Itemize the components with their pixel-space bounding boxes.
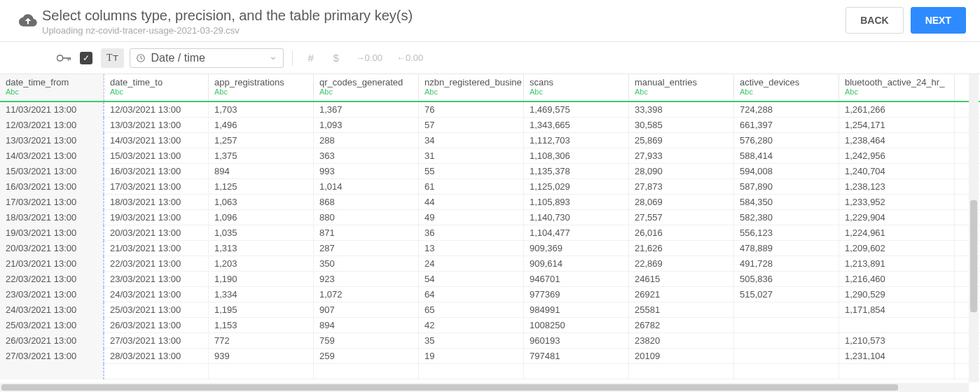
cell[interactable]: 1,216,460: [839, 272, 955, 287]
cell[interactable]: 1,242,956: [839, 148, 955, 164]
cell[interactable]: 49: [419, 210, 524, 225]
cell[interactable]: 1,104,477: [524, 225, 629, 241]
table-row[interactable]: 14/03/2021 13:0015/03/2021 13:001,375363…: [0, 148, 980, 164]
cell[interactable]: 1,190: [209, 272, 314, 287]
cell[interactable]: 1,063: [209, 195, 314, 210]
cell[interactable]: 1,195: [209, 302, 314, 318]
cell[interactable]: 25581: [629, 302, 734, 318]
table-row[interactable]: 22/03/2021 13:0023/03/2021 13:001,190923…: [0, 272, 980, 287]
cell[interactable]: 576,280: [734, 133, 839, 148]
cell[interactable]: 27,557: [629, 210, 734, 225]
table-row[interactable]: 15/03/2021 13:0016/03/2021 13:0089499355…: [0, 164, 980, 179]
cell[interactable]: 26/03/2021 13:00: [104, 318, 209, 333]
cell[interactable]: 20109: [629, 349, 734, 364]
cell[interactable]: [0, 364, 104, 379]
type-number-button[interactable]: #: [301, 48, 321, 68]
cell[interactable]: 34: [419, 133, 524, 148]
cell[interactable]: 13/03/2021 13:00: [0, 133, 104, 148]
type-string-button[interactable]: Tᴛ: [101, 48, 124, 68]
cell[interactable]: 1,153: [209, 318, 314, 333]
cell[interactable]: [524, 364, 629, 379]
cell[interactable]: 11/03/2021 13:00: [0, 102, 104, 118]
cell[interactable]: [419, 364, 524, 379]
cell[interactable]: 909,369: [524, 241, 629, 256]
cell[interactable]: 1,125: [209, 179, 314, 195]
cell[interactable]: 588,414: [734, 148, 839, 164]
cell[interactable]: 25,869: [629, 133, 734, 148]
cell[interactable]: 1,238,464: [839, 133, 955, 148]
cell[interactable]: 960193: [524, 333, 629, 349]
cell[interactable]: 17/03/2021 13:00: [0, 195, 104, 210]
cell[interactable]: 1,203: [209, 256, 314, 272]
cell[interactable]: 1,496: [209, 118, 314, 133]
cell[interactable]: 15/03/2021 13:00: [104, 148, 209, 164]
cell[interactable]: 923: [314, 272, 419, 287]
cell[interactable]: [734, 349, 839, 364]
cell[interactable]: [104, 364, 209, 379]
cell[interactable]: 19: [419, 349, 524, 364]
table-row[interactable]: 12/03/2021 13:0013/03/2021 13:001,4961,0…: [0, 118, 980, 133]
cell[interactable]: 1,261,266: [839, 102, 955, 118]
cell[interactable]: 1,229,904: [839, 210, 955, 225]
cell[interactable]: 894: [314, 318, 419, 333]
column-header[interactable]: nzbn_registered_busineAbc: [419, 74, 524, 101]
cell[interactable]: 582,380: [734, 210, 839, 225]
cell[interactable]: 76: [419, 102, 524, 118]
cell[interactable]: 35: [419, 333, 524, 349]
increase-precision-button[interactable]: →0.00: [352, 48, 387, 68]
cell[interactable]: 28,090: [629, 164, 734, 179]
table-row[interactable]: 23/03/2021 13:0024/03/2021 13:001,3341,0…: [0, 287, 980, 302]
cell[interactable]: 1,334: [209, 287, 314, 302]
cell[interactable]: 19/03/2021 13:00: [0, 225, 104, 241]
horizontal-scroll-thumb[interactable]: [1, 384, 898, 391]
cell[interactable]: 505,836: [734, 272, 839, 287]
cell[interactable]: 31: [419, 148, 524, 164]
cell[interactable]: 1,014: [314, 179, 419, 195]
cell[interactable]: 24/03/2021 13:00: [104, 287, 209, 302]
table-row[interactable]: 18/03/2021 13:0019/03/2021 13:001,096880…: [0, 210, 980, 225]
cell[interactable]: 1,171,854: [839, 302, 955, 318]
table-row[interactable]: 21/03/2021 13:0022/03/2021 13:001,203350…: [0, 256, 980, 272]
primary-key-icon[interactable]: [55, 48, 74, 68]
cell[interactable]: 26782: [629, 318, 734, 333]
cell[interactable]: 584,350: [734, 195, 839, 210]
cell[interactable]: 871: [314, 225, 419, 241]
cell[interactable]: 661,397: [734, 118, 839, 133]
cell[interactable]: 25/03/2021 13:00: [0, 318, 104, 333]
table-row[interactable]: 16/03/2021 13:0017/03/2021 13:001,1251,0…: [0, 179, 980, 195]
cell[interactable]: 28,069: [629, 195, 734, 210]
cell[interactable]: 21/03/2021 13:00: [0, 256, 104, 272]
cell[interactable]: 880: [314, 210, 419, 225]
column-header[interactable]: bluetooth_active_24_hr_Abc: [839, 74, 955, 101]
cell[interactable]: 350: [314, 256, 419, 272]
vertical-scrollbar[interactable]: [969, 74, 979, 382]
cell[interactable]: 26,016: [629, 225, 734, 241]
cell[interactable]: 1,112,703: [524, 133, 629, 148]
column-type-select[interactable]: Date / time: [130, 48, 284, 68]
cell[interactable]: 556,123: [734, 225, 839, 241]
table-row[interactable]: 11/03/2021 13:0012/03/2021 13:001,7031,3…: [0, 102, 980, 118]
cell[interactable]: 1,140,730: [524, 210, 629, 225]
column-header[interactable]: active_devicesAbc: [734, 74, 839, 101]
cell[interactable]: 993: [314, 164, 419, 179]
column-header[interactable]: app_registrationsAbc: [209, 74, 314, 101]
cell[interactable]: 22,869: [629, 256, 734, 272]
cell[interactable]: 1,209,602: [839, 241, 955, 256]
cell[interactable]: 868: [314, 195, 419, 210]
cell[interactable]: 1,105,893: [524, 195, 629, 210]
cell[interactable]: 61: [419, 179, 524, 195]
cell[interactable]: 27/03/2021 13:00: [0, 349, 104, 364]
cell[interactable]: 19/03/2021 13:00: [104, 210, 209, 225]
cell[interactable]: 55: [419, 164, 524, 179]
column-header[interactable]: date_time_fromAbc: [0, 74, 104, 101]
cell[interactable]: 18/03/2021 13:00: [0, 210, 104, 225]
cell[interactable]: 1,240,704: [839, 164, 955, 179]
cell[interactable]: 16/03/2021 13:00: [0, 179, 104, 195]
cell[interactable]: 13/03/2021 13:00: [104, 118, 209, 133]
next-button[interactable]: NEXT: [911, 7, 966, 34]
select-all-checkbox[interactable]: ✓: [80, 52, 92, 64]
cell[interactable]: 1,093: [314, 118, 419, 133]
decrease-precision-button[interactable]: ←0.00: [392, 48, 427, 68]
table-row[interactable]: 19/03/2021 13:0020/03/2021 13:001,035871…: [0, 225, 980, 241]
table-row[interactable]: 13/03/2021 13:0014/03/2021 13:001,257288…: [0, 133, 980, 148]
